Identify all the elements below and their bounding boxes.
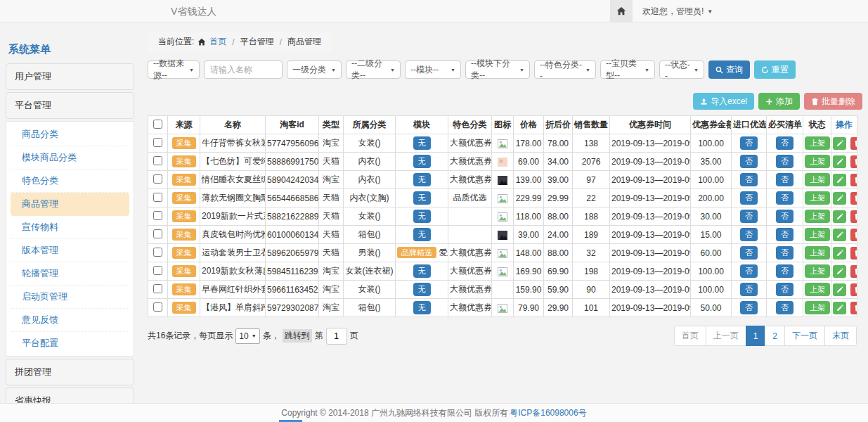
delete-button[interactable] xyxy=(850,155,857,168)
sidebar-item-模块商品分类[interactable]: 模块商品分类 xyxy=(11,146,129,170)
row-checkbox[interactable] xyxy=(153,266,162,275)
delete-button[interactable] xyxy=(850,265,857,278)
imported-badge[interactable]: 否 xyxy=(740,173,758,186)
breadcrumb-home-link[interactable]: 首页 xyxy=(209,36,226,48)
status-badge[interactable]: 上架 xyxy=(805,173,830,186)
search-button[interactable]: 查询 xyxy=(708,60,750,79)
delete-button[interactable] xyxy=(850,283,857,296)
page-button-2[interactable]: 2 xyxy=(765,326,785,346)
imported-badge[interactable]: 否 xyxy=(740,191,758,204)
edit-button[interactable] xyxy=(833,283,846,296)
status-badge[interactable]: 上架 xyxy=(805,301,830,314)
delete-button[interactable] xyxy=(850,137,857,150)
sidebar-item-宣传物料[interactable]: 宣传物料 xyxy=(11,216,129,239)
sidebar-item-意见反馈[interactable]: 意见反馈 xyxy=(11,309,129,332)
edit-button[interactable] xyxy=(833,229,846,241)
row-checkbox[interactable] xyxy=(153,138,162,147)
must-buy-badge[interactable]: 否 xyxy=(776,191,793,204)
edit-button[interactable] xyxy=(833,192,846,205)
sidebar-item-商品管理[interactable]: 商品管理 xyxy=(11,193,129,216)
sidebar-item-平台配置[interactable]: 平台配置 xyxy=(11,332,129,354)
must-buy-badge[interactable]: 否 xyxy=(776,283,793,295)
edit-button[interactable] xyxy=(833,210,846,223)
imported-badge[interactable]: 否 xyxy=(740,264,758,277)
page-button-末页[interactable]: 末页 xyxy=(824,326,857,346)
sidebar-item-启动页管理[interactable]: 启动页管理 xyxy=(11,286,129,309)
per-page-select[interactable]: 10 ▼ xyxy=(235,328,259,344)
status-badge[interactable]: 上架 xyxy=(805,136,830,149)
status-badge[interactable]: 上架 xyxy=(805,228,830,241)
delete-button[interactable] xyxy=(850,247,857,260)
filter-select[interactable]: --二级分类--▼ xyxy=(346,60,401,79)
sidebar-group-平台管理[interactable]: 平台管理 xyxy=(6,92,134,119)
user-menu[interactable]: 欢迎您，管理员! ▼ xyxy=(633,0,713,23)
imported-badge[interactable]: 否 xyxy=(740,301,758,314)
must-buy-badge[interactable]: 否 xyxy=(776,246,793,259)
page-button-首页[interactable]: 首页 xyxy=(674,326,706,346)
sidebar-group-拼团管理[interactable]: 拼团管理 xyxy=(6,359,134,385)
must-buy-badge[interactable]: 否 xyxy=(776,301,793,314)
sidebar-group-省惠快报[interactable]: 省惠快报 xyxy=(6,388,134,403)
page-number-input[interactable] xyxy=(326,328,347,345)
row-checkbox[interactable] xyxy=(153,302,162,312)
edit-button[interactable] xyxy=(833,302,846,314)
imported-badge[interactable]: 否 xyxy=(740,136,758,149)
name-search-input[interactable] xyxy=(204,60,283,79)
status-badge[interactable]: 上架 xyxy=(805,210,830,222)
delete-button[interactable] xyxy=(850,210,857,223)
sidebar-group-用户管理[interactable]: 用户管理 xyxy=(6,63,134,90)
sidebar-item-商品分类[interactable]: 商品分类 xyxy=(11,123,129,146)
delete-button[interactable] xyxy=(850,302,857,314)
must-buy-badge[interactable]: 否 xyxy=(776,155,793,167)
icp-link[interactable]: 粤ICP备16098006号 xyxy=(510,407,586,419)
row-checkbox[interactable] xyxy=(153,174,162,184)
row-checkbox[interactable] xyxy=(153,211,162,220)
sidebar-item-版本管理[interactable]: 版本管理 xyxy=(11,239,129,262)
batch-delete-button[interactable]: 批量删除 xyxy=(804,93,862,110)
filter-select[interactable]: 一级分类▼ xyxy=(287,60,342,79)
page-button-上一页[interactable]: 上一页 xyxy=(706,326,746,346)
add-button[interactable]: 添加 xyxy=(758,93,800,110)
sidebar-item-轮播管理[interactable]: 轮播管理 xyxy=(11,262,129,286)
filter-select[interactable]: --宝贝类型--▼ xyxy=(600,60,655,79)
imported-badge[interactable]: 否 xyxy=(740,283,758,295)
delete-button[interactable] xyxy=(850,192,857,205)
must-buy-badge[interactable]: 否 xyxy=(776,173,793,186)
edit-button[interactable] xyxy=(833,247,846,260)
import-excel-button[interactable]: 导入excel xyxy=(693,93,754,110)
status-badge[interactable]: 上架 xyxy=(805,264,830,277)
imported-badge[interactable]: 否 xyxy=(740,228,758,241)
must-buy-badge[interactable]: 否 xyxy=(776,210,793,222)
filter-select[interactable]: --模块下分类--▼ xyxy=(465,60,530,79)
imported-badge[interactable]: 否 xyxy=(740,155,758,167)
edit-button[interactable] xyxy=(833,265,846,278)
must-buy-badge[interactable]: 否 xyxy=(776,136,793,149)
row-checkbox[interactable] xyxy=(153,156,162,165)
row-checkbox[interactable] xyxy=(153,229,162,238)
reset-button[interactable]: 重置 xyxy=(754,60,796,79)
select-data-source[interactable]: --数据来源--▼ xyxy=(148,60,200,79)
row-checkbox[interactable] xyxy=(153,193,162,202)
filter-select[interactable]: --模块--▼ xyxy=(405,60,461,79)
sidebar-item-特色分类[interactable]: 特色分类 xyxy=(11,170,129,193)
must-buy-badge[interactable]: 否 xyxy=(776,264,793,277)
filter-select[interactable]: --状态--▼ xyxy=(659,60,704,79)
select-all-checkbox[interactable] xyxy=(153,120,162,129)
row-checkbox[interactable] xyxy=(153,284,162,293)
status-badge[interactable]: 上架 xyxy=(805,283,830,295)
status-badge[interactable]: 上架 xyxy=(805,155,830,167)
status-badge[interactable]: 上架 xyxy=(805,246,830,259)
edit-button[interactable] xyxy=(833,155,846,168)
delete-button[interactable] xyxy=(850,174,857,186)
imported-badge[interactable]: 否 xyxy=(740,210,758,222)
page-button-下一页[interactable]: 下一页 xyxy=(784,326,825,346)
home-button[interactable] xyxy=(610,0,633,23)
filter-select[interactable]: --特色分类--▼ xyxy=(534,60,596,79)
status-badge[interactable]: 上架 xyxy=(805,191,830,204)
must-buy-badge[interactable]: 否 xyxy=(776,228,793,241)
edit-button[interactable] xyxy=(833,137,846,150)
delete-button[interactable] xyxy=(850,229,857,241)
edit-button[interactable] xyxy=(833,174,846,186)
page-button-1[interactable]: 1 xyxy=(746,326,766,346)
row-checkbox[interactable] xyxy=(153,248,162,257)
